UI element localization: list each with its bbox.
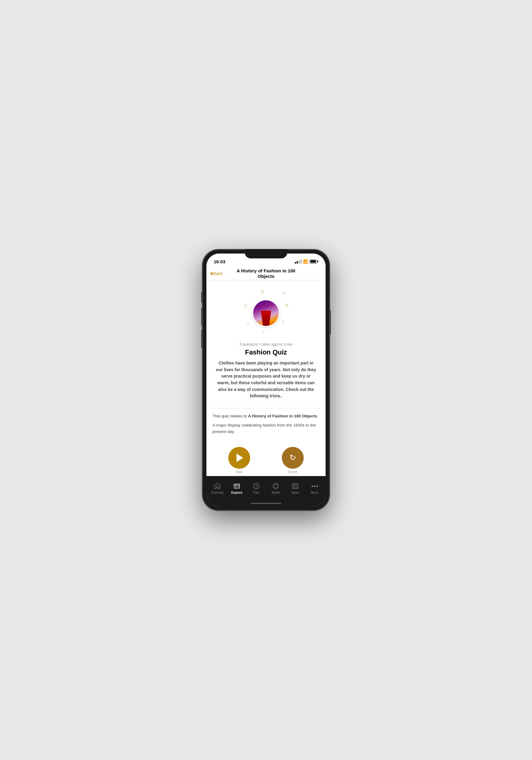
reset-icon: ↺ — [289, 453, 296, 462]
tab-menu-label: Menu — [311, 491, 318, 494]
related-label: This quiz relates to — [213, 414, 247, 418]
related-section: This quiz relates to A History of Fashio… — [207, 413, 325, 447]
tab-plan-label: Plan — [253, 491, 259, 494]
question-mark-2: ? — [282, 291, 285, 298]
notch — [245, 249, 287, 259]
quiz-meta: 5 questions • takes approx 3 min Fashion… — [207, 342, 325, 408]
tab-explore[interactable]: Explore — [227, 480, 247, 496]
play-icon — [236, 453, 243, 462]
play-label: Start — [236, 470, 243, 474]
home-indicator — [207, 500, 325, 506]
fashion-figure — [253, 300, 279, 326]
menu-dot-2 — [314, 486, 315, 487]
question-mark-6: ? — [282, 320, 285, 325]
menu-icon — [311, 482, 318, 490]
wifi-icon: 📶 — [303, 259, 308, 264]
action-area: Start ↺ Reset — [207, 447, 325, 476]
question-mark-3: ? — [244, 304, 247, 310]
overview-icon — [214, 482, 221, 490]
tab-plan[interactable]: Plan — [247, 480, 266, 496]
tab-overview[interactable]: Overview — [208, 480, 227, 496]
phone-screen: 16:03 📶 — [207, 254, 325, 506]
section-divider — [211, 408, 321, 408]
play-button[interactable] — [228, 447, 250, 469]
signal-icon — [295, 259, 302, 263]
chevron-left-icon — [210, 272, 213, 275]
related-text: This quiz relates to A History of Fashio… — [213, 413, 319, 419]
tab-wallet[interactable]: Wallet — [266, 480, 285, 496]
content-area: ? ? ? ? ? ? ? — [207, 280, 325, 476]
reset-button[interactable]: ↺ — [282, 447, 304, 469]
question-mark-4: ? — [285, 303, 288, 310]
phone-wrapper: 16:03 📶 — [202, 249, 330, 511]
quiz-title: Fashion Quiz — [213, 348, 319, 356]
plan-icon — [252, 482, 260, 490]
mute-button[interactable] — [201, 292, 202, 303]
tab-bar: Overview Explore — [207, 476, 325, 500]
related-title: A History of Fashion in 100 Objects — [248, 414, 317, 418]
related-desc: A major display celebrating fashion from… — [213, 422, 319, 435]
svg-rect-0 — [234, 484, 240, 488]
quiz-description: Clothes have been playing an important p… — [213, 360, 319, 400]
nav-title: A History of Fashion in 100 Objects — [237, 268, 296, 279]
tab-explore-label: Explore — [231, 491, 243, 494]
tab-news[interactable]: News — [285, 480, 305, 496]
tab-menu[interactable]: Menu — [305, 480, 324, 496]
volume-down-button[interactable] — [201, 330, 202, 348]
svg-rect-3 — [293, 485, 295, 486]
action-row: Start ↺ Reset — [213, 447, 319, 474]
power-button[interactable] — [330, 310, 331, 334]
home-bar — [251, 503, 281, 504]
tab-overview-label: Overview — [211, 491, 224, 494]
explore-icon — [233, 482, 241, 490]
nav-bar: Back A History of Fashion in 100 Objects — [207, 267, 325, 280]
wallet-icon — [272, 482, 280, 490]
news-icon — [291, 482, 299, 490]
back-label: Back — [213, 271, 222, 276]
tab-wallet-label: Wallet — [271, 491, 280, 494]
quiz-meta-text: 5 questions • takes approx 3 min — [213, 342, 319, 347]
tab-news-label: News — [291, 491, 299, 494]
reset-label: Reset — [288, 470, 297, 474]
quiz-avatar — [252, 300, 280, 327]
status-icons: 📶 — [295, 259, 318, 264]
related-period: . — [317, 414, 318, 418]
quiz-image-area: ? ? ? ? ? ? ? — [207, 280, 325, 342]
quiz-image-container: ? ? ? ? ? ? ? — [242, 289, 290, 337]
phone-body: 16:03 📶 — [202, 249, 330, 511]
reset-btn-container: ↺ Reset — [282, 447, 304, 474]
menu-dot-3 — [316, 486, 318, 487]
back-button[interactable]: Back — [210, 271, 222, 276]
menu-dot-1 — [312, 486, 313, 487]
play-btn-container: Start — [228, 447, 250, 474]
volume-up-button[interactable] — [201, 308, 202, 326]
status-time: 16:03 — [214, 259, 225, 264]
question-mark-5: ? — [247, 322, 249, 328]
battery-icon — [310, 260, 318, 263]
question-mark-1: ? — [260, 289, 264, 297]
question-mark-7: ? — [262, 330, 265, 335]
